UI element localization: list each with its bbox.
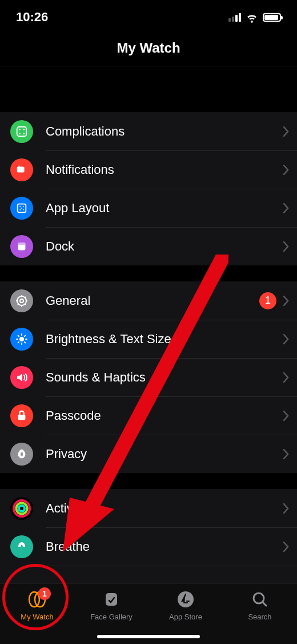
svg-rect-25 bbox=[106, 593, 117, 606]
complications-icon bbox=[10, 120, 33, 143]
divider bbox=[0, 66, 297, 66]
section-settings: General 1 Brightness & Text Size Sounds … bbox=[0, 281, 297, 473]
row-label: Dock bbox=[46, 239, 283, 254]
svg-point-17 bbox=[19, 337, 24, 341]
page-title: My Watch bbox=[0, 40, 297, 56]
svg-rect-14 bbox=[18, 243, 26, 245]
svg-rect-5 bbox=[17, 167, 25, 173]
row-label: Passcode bbox=[46, 408, 283, 423]
svg-rect-6 bbox=[19, 166, 20, 168]
row-brightness[interactable]: Brightness & Text Size bbox=[46, 320, 297, 358]
svg-point-4 bbox=[23, 133, 25, 134]
status-right bbox=[228, 11, 281, 23]
tab-my-watch[interactable]: 1 My Watch bbox=[3, 590, 71, 644]
chevron-right-icon bbox=[283, 449, 289, 459]
svg-rect-18 bbox=[18, 415, 26, 420]
svg-point-9 bbox=[23, 206, 24, 207]
row-passcode[interactable]: Passcode bbox=[46, 396, 297, 435]
svg-point-3 bbox=[19, 133, 21, 134]
chevron-right-icon bbox=[283, 503, 289, 514]
chevron-right-icon bbox=[283, 334, 289, 344]
row-label: General bbox=[46, 293, 259, 308]
search-icon bbox=[250, 590, 270, 609]
tab-search[interactable]: Search bbox=[226, 590, 294, 644]
row-activity[interactable]: Activity bbox=[0, 489, 297, 527]
status-bar: 10:26 bbox=[0, 0, 297, 34]
svg-point-1 bbox=[19, 128, 21, 130]
notifications-icon bbox=[10, 158, 33, 181]
breathe-icon bbox=[10, 535, 33, 558]
wifi-icon bbox=[246, 11, 258, 23]
chevron-right-icon bbox=[283, 165, 289, 175]
svg-point-12 bbox=[21, 208, 22, 209]
row-complications[interactable]: Complications bbox=[0, 112, 297, 150]
row-next[interactable] bbox=[46, 566, 297, 583]
battery-icon bbox=[263, 13, 281, 22]
dock-icon bbox=[10, 235, 33, 258]
chevron-right-icon bbox=[283, 372, 289, 383]
row-privacy[interactable]: Privacy bbox=[46, 435, 297, 473]
svg-rect-0 bbox=[17, 126, 27, 136]
chevron-right-icon bbox=[283, 203, 289, 213]
status-time: 10:26 bbox=[16, 10, 48, 25]
brightness-icon bbox=[10, 328, 33, 351]
tab-badge: 1 bbox=[38, 587, 51, 600]
section-watch: Complications Notifications App Layout D… bbox=[0, 112, 297, 265]
badge: 1 bbox=[259, 292, 276, 309]
section-apps: Activity Breathe bbox=[0, 489, 297, 583]
row-dock[interactable]: Dock bbox=[46, 227, 297, 265]
svg-point-16 bbox=[20, 299, 23, 303]
chevron-right-icon bbox=[283, 126, 289, 137]
tab-label: Search bbox=[248, 613, 271, 621]
activity-icon bbox=[10, 497, 33, 520]
row-general[interactable]: General 1 bbox=[0, 281, 297, 320]
row-label: Privacy bbox=[46, 447, 283, 462]
row-breathe[interactable]: Breathe bbox=[46, 527, 297, 566]
row-label: Sounds & Haptics bbox=[46, 370, 283, 385]
home-indicator bbox=[97, 635, 200, 638]
svg-point-8 bbox=[19, 206, 21, 207]
chevron-right-icon bbox=[283, 411, 289, 421]
row-sounds[interactable]: Sounds & Haptics bbox=[46, 358, 297, 396]
svg-point-10 bbox=[19, 209, 21, 210]
chevron-right-icon bbox=[283, 542, 289, 552]
row-label: Breathe bbox=[46, 539, 283, 554]
applayout-icon bbox=[10, 197, 33, 220]
svg-point-2 bbox=[23, 128, 25, 130]
general-icon bbox=[10, 289, 33, 312]
passcode-icon bbox=[10, 404, 33, 427]
sounds-icon bbox=[10, 366, 33, 389]
tab-label: Face Gallery bbox=[90, 613, 133, 621]
row-label: Complications bbox=[46, 124, 283, 139]
app-store-icon bbox=[175, 590, 196, 609]
privacy-icon bbox=[10, 443, 33, 466]
row-app-layout[interactable]: App Layout bbox=[46, 189, 297, 227]
tab-label: My Watch bbox=[21, 613, 53, 621]
row-notifications[interactable]: Notifications bbox=[46, 150, 297, 189]
row-label: App Layout bbox=[46, 201, 283, 216]
chevron-right-icon bbox=[283, 296, 289, 306]
svg-point-22 bbox=[19, 506, 25, 511]
chevron-right-icon bbox=[283, 241, 289, 252]
row-label: Brightness & Text Size bbox=[46, 332, 283, 347]
svg-point-11 bbox=[23, 209, 24, 210]
row-label: Activity bbox=[46, 501, 283, 516]
face-gallery-icon bbox=[101, 590, 122, 609]
screen: 10:26 My Watch Complications Notificatio… bbox=[0, 0, 297, 644]
svg-rect-19 bbox=[21, 452, 23, 456]
row-label: Notifications bbox=[46, 162, 283, 177]
tab-label: App Store bbox=[169, 613, 202, 621]
cellular-icon bbox=[228, 13, 241, 22]
